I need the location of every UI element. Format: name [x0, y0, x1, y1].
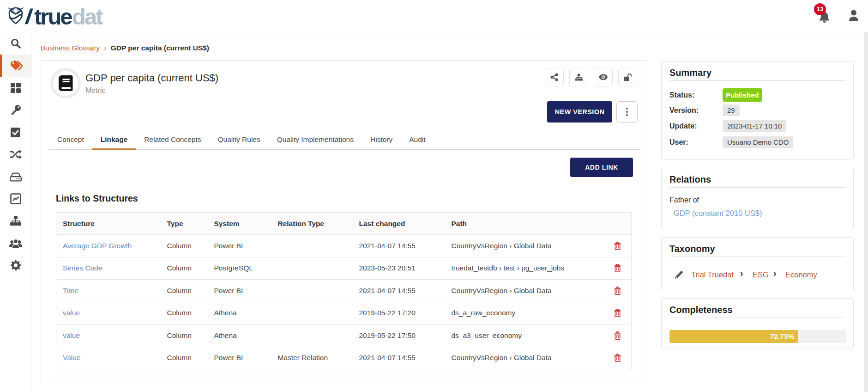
svg-text:dat: dat	[72, 6, 103, 27]
svg-text:true: true	[34, 6, 72, 27]
